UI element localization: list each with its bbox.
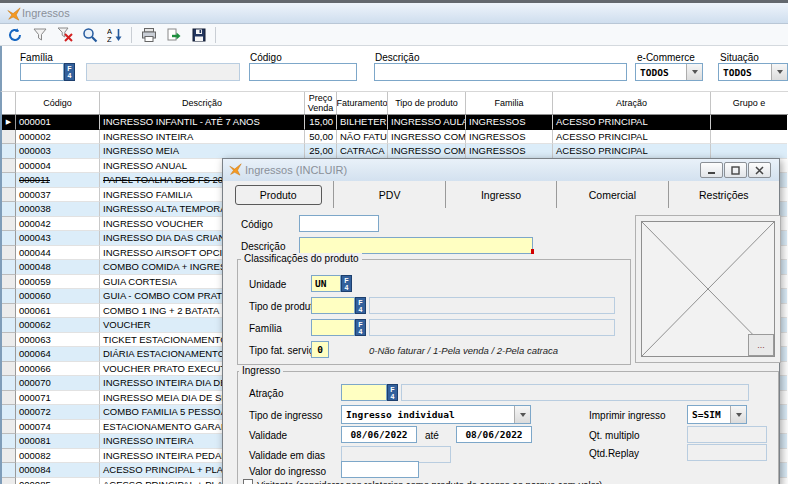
main-titlebar[interactable]: Ingressos (0, 3, 788, 24)
qtd-replay-label: Qtd.Replay (589, 448, 639, 459)
qtd-replay-input[interactable] (687, 444, 767, 461)
row-indicator (2, 391, 16, 406)
tipo-ingresso-select[interactable]: Ingresso individual (341, 405, 531, 424)
cell-codigo: 000085 (16, 478, 100, 484)
codigo-filter-input[interactable] (249, 63, 357, 81)
qt-multiplo-input[interactable] (687, 426, 767, 443)
maximize-icon[interactable] (724, 162, 747, 178)
situacao-select[interactable]: TODOS (718, 63, 788, 81)
descricao-input[interactable] (299, 237, 533, 254)
col-header-tipo[interactable]: Tipo de produto (388, 92, 466, 114)
row-indicator (2, 347, 16, 362)
cell-codigo: 000072 (16, 405, 100, 420)
validade-label: Validade (249, 430, 287, 441)
atracao-label: Atração (249, 388, 283, 399)
cell-familia: INGRESSOS (466, 115, 553, 130)
tipo-produto-f4-button[interactable]: F4 (355, 297, 366, 314)
table-row[interactable]: ▶000001INGRESSO INFANTIL - ATÉ 7 ANOS15,… (2, 115, 788, 130)
familia-input[interactable] (311, 319, 355, 336)
col-header-familia[interactable]: Familia (466, 92, 553, 114)
cell-codigo: 000001 (16, 115, 100, 130)
atracao-input[interactable] (341, 384, 387, 401)
cell-codigo: 000074 (16, 420, 100, 435)
filter-panel: Família F4 Código Descrição e-Commerce T… (0, 46, 788, 92)
tab-label: Restrições (699, 189, 749, 201)
row-indicator (2, 202, 16, 217)
export-icon[interactable] (165, 26, 182, 43)
cell-preco: 15,00 (305, 115, 337, 130)
image-panel: ... (635, 215, 781, 363)
atracao-f4-button[interactable]: F4 (387, 384, 398, 401)
print-icon[interactable] (140, 26, 157, 43)
row-indicator (2, 231, 16, 246)
visitante-checkbox[interactable] (243, 479, 253, 484)
tab-ingresso[interactable]: Ingresso (446, 181, 557, 208)
descricao-filter-input[interactable] (374, 63, 627, 81)
row-indicator (2, 260, 16, 275)
familia-filter-input[interactable] (20, 63, 64, 81)
cell-faturamento: BILHETERIA (337, 115, 388, 130)
tab-comercial[interactable]: Comercial (557, 181, 668, 208)
svg-text:Z: Z (107, 35, 112, 43)
filter-icon[interactable] (31, 26, 48, 43)
refresh-icon[interactable] (6, 26, 23, 43)
cell-codigo: 000004 (16, 159, 100, 174)
tab-produto[interactable]: Produto (223, 181, 334, 208)
cell-codigo: 000064 (16, 347, 100, 362)
ecommerce-select[interactable]: TODOS (635, 63, 703, 81)
codigo-filter-label: Código (250, 52, 282, 63)
cell-grupo (711, 130, 787, 145)
cell-grupo (711, 144, 787, 159)
search-icon[interactable] (81, 26, 98, 43)
col-header-descricao[interactable]: Descrição (100, 92, 305, 114)
chevron-down-icon[interactable] (514, 406, 530, 423)
row-indicator (2, 463, 16, 478)
tab-restrições[interactable]: Restrições (669, 181, 779, 208)
minimize-icon[interactable] (700, 162, 723, 178)
table-row[interactable]: 000002INGRESSO INTEIRA50,00NÃO FATURARIN… (2, 130, 788, 145)
cell-atracao: ACESSO PRINCIPAL (553, 130, 711, 145)
tipo-produto-input[interactable] (311, 297, 355, 314)
qt-multiplo-label: Qt. multiplo (589, 430, 640, 441)
tipo-fat-input[interactable]: 0 (311, 341, 329, 358)
main-toolbar: AZ (0, 24, 788, 46)
grid-header: Código Descrição Preço Venda Faturamento… (2, 92, 788, 115)
row-indicator: ▶ (2, 115, 16, 130)
chevron-down-icon[interactable] (730, 406, 746, 423)
col-header-codigo[interactable]: Código (16, 92, 100, 114)
row-indicator (2, 130, 16, 145)
chevron-down-icon[interactable] (686, 64, 702, 80)
cell-descricao: INGRESSO INTEIRA (100, 130, 305, 145)
chevron-down-icon[interactable] (771, 64, 787, 80)
close-icon[interactable] (748, 162, 771, 178)
validade-de-input[interactable]: 08/06/2022 (341, 426, 417, 443)
codigo-input[interactable] (299, 215, 379, 232)
unidade-f4-button[interactable]: F4 (341, 275, 352, 292)
row-indicator (2, 405, 16, 420)
familia-f4-button[interactable]: F4 (355, 319, 366, 336)
sort-icon[interactable]: AZ (106, 26, 123, 43)
clear-filter-icon[interactable] (56, 26, 73, 43)
unidade-input[interactable]: UN (311, 275, 341, 292)
ate-label: até (425, 430, 439, 441)
cell-codigo: 000002 (16, 130, 100, 145)
familia-f4-button[interactable]: F4 (64, 63, 75, 81)
toolbar-separator (215, 27, 216, 43)
col-header-atracao[interactable]: Atração (553, 92, 711, 114)
save-icon[interactable] (190, 26, 207, 43)
dialog-titlebar[interactable]: Ingressos (INCLUIR) (223, 159, 779, 182)
imprimir-select[interactable]: S=SIM (687, 405, 747, 424)
row-indicator (2, 289, 16, 304)
col-header-grupo[interactable]: Grupo e (711, 92, 787, 114)
table-row[interactable]: 000003INGRESSO MEIA25,00CATRACAINGRESSO … (2, 144, 788, 159)
familia-filter-label: Família (20, 52, 53, 63)
cell-codigo: 000044 (16, 246, 100, 261)
cell-atracao: ACESSO PRINCIPAL (553, 144, 711, 159)
browse-image-button[interactable]: ... (748, 334, 774, 356)
col-header-faturamento[interactable]: Faturamento (337, 92, 388, 114)
valor-input[interactable] (341, 461, 419, 478)
tab-pdv[interactable]: PDV (334, 181, 445, 208)
validade-ate-input[interactable]: 08/06/2022 (456, 426, 532, 443)
col-header-preco[interactable]: Preço Venda (305, 92, 337, 114)
cell-codigo: 000082 (16, 449, 100, 464)
